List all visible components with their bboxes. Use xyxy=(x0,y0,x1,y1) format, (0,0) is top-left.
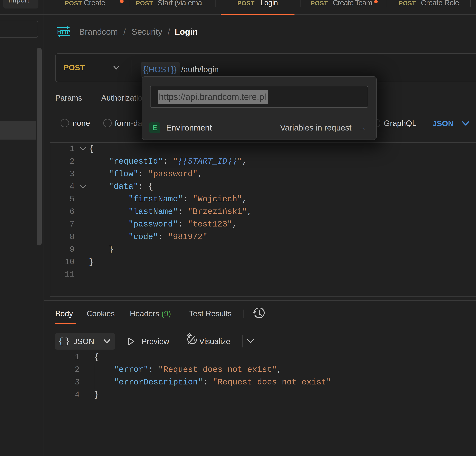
svg-text:HTTP: HTTP xyxy=(57,29,70,35)
